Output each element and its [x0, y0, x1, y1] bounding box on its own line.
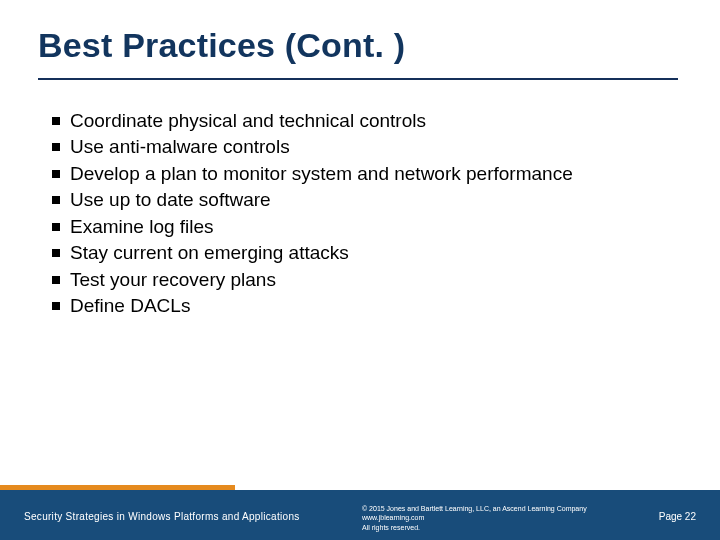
list-item-text: Use up to date software [70, 187, 662, 212]
list-item-text: Test your recovery plans [70, 267, 662, 292]
list-item-text: Coordinate physical and technical contro… [70, 108, 662, 133]
list-item-text: Develop a plan to monitor system and net… [70, 161, 662, 186]
list-item-text: Use anti-malware controls [70, 134, 662, 159]
list-item-text: Examine log files [70, 214, 662, 239]
footer-copyright-line: All rights reserved. [362, 523, 612, 532]
list-item-text: Stay current on emerging attacks [70, 240, 662, 265]
bullet-icon [52, 117, 60, 125]
bullet-icon [52, 196, 60, 204]
bullet-icon [52, 302, 60, 310]
list-item: Develop a plan to monitor system and net… [52, 161, 662, 186]
footer-copyright: © 2015 Jones and Bartlett Learning, LLC,… [362, 504, 612, 532]
footer-bar: Security Strategies in Windows Platforms… [0, 490, 720, 540]
bullet-icon [52, 170, 60, 178]
footer-copyright-line: www.jblearning.com [362, 513, 612, 522]
bullet-icon [52, 249, 60, 257]
slide: Best Practices (Cont. ) Coordinate physi… [0, 0, 720, 540]
bullet-icon [52, 276, 60, 284]
list-item: Define DACLs [52, 293, 662, 318]
list-item-text: Define DACLs [70, 293, 662, 318]
list-item: Test your recovery plans [52, 267, 662, 292]
page-number: Page 22 [659, 511, 696, 522]
bullet-icon [52, 223, 60, 231]
list-item: Use up to date software [52, 187, 662, 212]
footer-copyright-line: © 2015 Jones and Bartlett Learning, LLC,… [362, 504, 612, 513]
footer-course-title: Security Strategies in Windows Platforms… [24, 511, 300, 522]
list-item: Coordinate physical and technical contro… [52, 108, 662, 133]
list-item: Examine log files [52, 214, 662, 239]
list-item: Stay current on emerging attacks [52, 240, 662, 265]
title-underline [38, 78, 678, 80]
bullet-list: Coordinate physical and technical contro… [52, 108, 662, 320]
slide-title: Best Practices (Cont. ) [38, 26, 405, 65]
bullet-icon [52, 143, 60, 151]
list-item: Use anti-malware controls [52, 134, 662, 159]
